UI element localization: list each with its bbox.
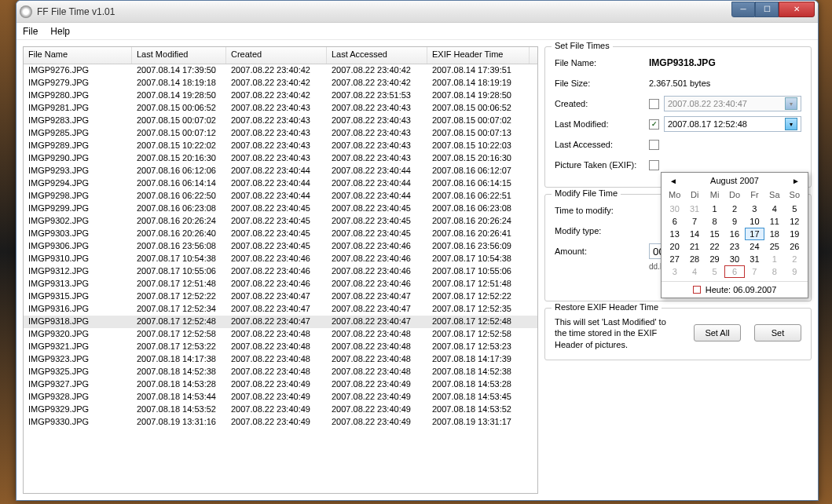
table-cell: IMGP9285.JPG (24, 127, 132, 140)
modified-checkbox[interactable] (649, 119, 659, 130)
column-header[interactable]: File Name (24, 47, 132, 64)
calendar-day[interactable]: 8 (705, 215, 724, 228)
table-row[interactable]: IMGP9276.JPG2007.08.14 17:39:502007.08.2… (24, 64, 537, 77)
table-row[interactable]: IMGP9315.JPG2007.08.17 12:52:222007.08.2… (24, 290, 537, 303)
calendar-day[interactable]: 19 (785, 228, 805, 240)
table-row[interactable]: IMGP9321.JPG2007.08.17 12:53:222007.08.2… (24, 341, 537, 353)
table-row[interactable]: IMGP9329.JPG2007.08.18 14:53:522007.08.2… (24, 404, 537, 416)
calendar-day[interactable]: 7 (684, 215, 704, 228)
table-row[interactable]: IMGP9299.JPG2007.08.16 06:23:082007.08.2… (24, 203, 537, 215)
table-row[interactable]: IMGP9323.JPG2007.08.18 14:17:382007.08.2… (24, 353, 537, 366)
table-row[interactable]: IMGP9281.JPG2007.08.15 00:06:522007.08.2… (24, 102, 537, 115)
calendar-day[interactable]: 16 (724, 228, 744, 240)
calendar-month[interactable]: August 2007 (710, 176, 759, 185)
calendar-day[interactable]: 21 (684, 240, 704, 253)
calendar-day[interactable]: 5 (785, 203, 805, 215)
table-row[interactable]: IMGP9280.JPG2007.08.14 19:28:502007.08.2… (24, 89, 537, 102)
calendar-day[interactable]: 4 (684, 265, 704, 278)
calendar-day[interactable]: 18 (764, 228, 784, 240)
titlebar[interactable]: FF File Time v1.01 ─ ☐ ✕ (16, 1, 818, 23)
table-row[interactable]: IMGP9312.JPG2007.08.17 10:55:062007.08.2… (24, 265, 537, 278)
modified-field[interactable]: 2007.08.17 12:52:48 ▾ (664, 116, 801, 132)
calendar-day[interactable]: 23 (724, 240, 744, 253)
maximize-button[interactable]: ☐ (755, 2, 779, 17)
calendar-day[interactable]: 2 (724, 203, 744, 215)
calendar-day[interactable]: 7 (745, 265, 764, 278)
calendar-day[interactable]: 17 (745, 228, 764, 240)
calendar-day[interactable]: 9 (724, 215, 744, 228)
file-table[interactable]: File NameLast ModifiedCreatedLast Access… (23, 46, 538, 494)
calendar-day[interactable]: 24 (745, 240, 764, 253)
table-row[interactable]: IMGP9290.JPG2007.08.15 20:16:302007.08.2… (24, 152, 537, 165)
table-row[interactable]: IMGP9294.JPG2007.08.16 06:14:142007.08.2… (24, 177, 537, 190)
table-row[interactable]: IMGP9325.JPG2007.08.18 14:52:382007.08.2… (24, 366, 537, 378)
close-button[interactable]: ✕ (779, 2, 815, 17)
accessed-checkbox[interactable] (649, 140, 659, 150)
calendar-day[interactable]: 31 (745, 253, 764, 265)
table-row[interactable]: IMGP9279.JPG2007.08.14 18:19:182007.08.2… (24, 77, 537, 89)
calendar-day[interactable]: 13 (665, 228, 684, 240)
restore-setall-button[interactable]: Set All (694, 324, 741, 341)
calendar-day[interactable]: 8 (764, 265, 784, 278)
calendar-day[interactable]: 22 (705, 240, 724, 253)
restore-set-button[interactable]: Set (754, 324, 801, 341)
table-row[interactable]: IMGP9320.JPG2007.08.17 12:52:582007.08.2… (24, 328, 537, 341)
calendar-day[interactable]: 6 (665, 215, 684, 228)
modified-dropdown-icon[interactable]: ▾ (785, 118, 797, 130)
calendar-day[interactable]: 26 (785, 240, 805, 253)
table-row[interactable]: IMGP9306.JPG2007.08.16 23:56:082007.08.2… (24, 240, 537, 253)
minimize-button[interactable]: ─ (731, 2, 755, 17)
column-header[interactable]: EXIF Header Time (427, 47, 530, 64)
table-row[interactable]: IMGP9289.JPG2007.08.15 10:22:022007.08.2… (24, 140, 537, 152)
menu-file[interactable]: File (23, 26, 38, 37)
calendar-day[interactable]: 11 (764, 215, 784, 228)
calendar-day[interactable]: 25 (764, 240, 784, 253)
calendar-day[interactable]: 9 (785, 265, 805, 278)
column-header[interactable]: Created (226, 47, 327, 64)
table-row[interactable]: IMGP9310.JPG2007.08.17 10:54:382007.08.2… (24, 253, 537, 265)
table-row[interactable]: IMGP9318.JPG2007.08.17 12:52:482007.08.2… (24, 316, 537, 328)
calendar-day[interactable]: 3 (745, 203, 764, 215)
table-row[interactable]: IMGP9328.JPG2007.08.18 14:53:442007.08.2… (24, 391, 537, 404)
calendar-day[interactable]: 10 (745, 215, 764, 228)
table-row[interactable]: IMGP9330.JPG2007.08.19 13:31:162007.08.2… (24, 416, 537, 429)
next-month-icon[interactable]: ► (789, 177, 803, 185)
calendar-day[interactable]: 30 (724, 253, 744, 265)
calendar-day[interactable]: 29 (705, 253, 724, 265)
calendar-day[interactable]: 2 (785, 253, 805, 265)
calendar-day[interactable]: 27 (665, 253, 684, 265)
column-header[interactable]: Last Accessed (327, 47, 427, 64)
calendar-day[interactable]: 6 (724, 265, 744, 278)
calendar-day[interactable]: 5 (705, 265, 724, 278)
menu-help[interactable]: Help (50, 26, 70, 37)
table-row[interactable]: IMGP9316.JPG2007.08.17 12:52:342007.08.2… (24, 303, 537, 316)
calendar-day[interactable]: 30 (665, 203, 684, 215)
table-row[interactable]: IMGP9327.JPG2007.08.18 14:53:282007.08.2… (24, 378, 537, 391)
table-cell: 2007.08.22 23:40:43 (327, 127, 427, 140)
created-dropdown-icon[interactable]: ▾ (785, 97, 797, 110)
table-row[interactable]: IMGP9302.JPG2007.08.16 20:26:242007.08.2… (24, 215, 537, 228)
calendar-day[interactable]: 31 (684, 203, 704, 215)
table-row[interactable]: IMGP9303.JPG2007.08.16 20:26:402007.08.2… (24, 228, 537, 240)
calendar-day[interactable]: 15 (705, 228, 724, 240)
table-row[interactable]: IMGP9285.JPG2007.08.15 00:07:122007.08.2… (24, 127, 537, 140)
calendar-day[interactable]: 1 (764, 253, 784, 265)
table-row[interactable]: IMGP9283.JPG2007.08.15 00:07:022007.08.2… (24, 115, 537, 127)
table-row[interactable]: IMGP9313.JPG2007.08.17 12:51:482007.08.2… (24, 278, 537, 290)
calendar-day[interactable]: 3 (665, 265, 684, 278)
calendar-day[interactable]: 20 (665, 240, 684, 253)
calendar-day[interactable]: 12 (785, 215, 805, 228)
created-checkbox[interactable] (649, 99, 659, 109)
calendar-day[interactable]: 28 (684, 253, 704, 265)
date-picker-popup[interactable]: ◄ August 2007 ► MoDiMiDoFrSaSo 303112345… (661, 172, 808, 298)
table-row[interactable]: IMGP9293.JPG2007.08.16 06:12:062007.08.2… (24, 165, 537, 177)
calendar-today[interactable]: Heute: 06.09.2007 (706, 285, 777, 294)
exif-checkbox[interactable] (649, 160, 659, 170)
created-field[interactable]: 2007.08.22 23:40:47 ▾ (664, 96, 801, 111)
column-header[interactable]: Last Modified (132, 47, 226, 64)
calendar-day[interactable]: 4 (764, 203, 784, 215)
calendar-day[interactable]: 14 (684, 228, 704, 240)
table-row[interactable]: IMGP9298.JPG2007.08.16 06:22:502007.08.2… (24, 190, 537, 203)
prev-month-icon[interactable]: ◄ (666, 177, 680, 185)
calendar-day[interactable]: 1 (705, 203, 724, 215)
